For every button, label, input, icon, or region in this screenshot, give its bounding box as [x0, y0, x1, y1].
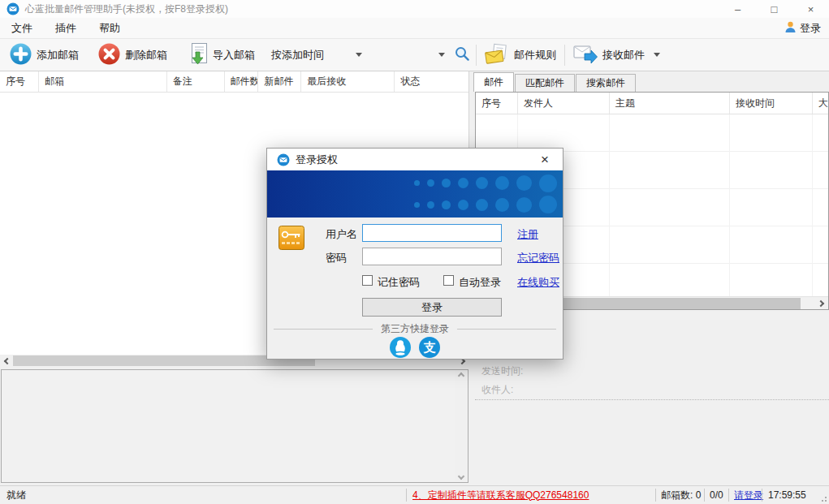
tab-matched-mail[interactable]: 匹配邮件	[515, 74, 575, 92]
third-party-label: 第三方快捷登录	[373, 322, 457, 336]
mail-ratio: 0/0	[710, 486, 723, 504]
password-field[interactable]	[362, 248, 502, 265]
login-dialog: 登录授权 × 用户名 注册 密码 忘记密码 记住密码 自动登录 在线购买 登录 …	[266, 148, 563, 360]
receive-mail-label: 接收邮件	[602, 48, 645, 62]
mailbox-count: 邮箱数: 0	[661, 486, 701, 504]
app-window: 心蓝批量邮件管理助手(未授权，按F8登录授权) – □ × 文件 插件 帮助 登…	[0, 0, 829, 504]
support-notice-link[interactable]: 4、定制插件等请联系客服QQ276548160	[412, 486, 589, 504]
app-logo-icon	[277, 153, 290, 166]
chevron-down-icon	[438, 53, 445, 57]
search-icon	[454, 45, 470, 64]
log-panel[interactable]	[1, 369, 468, 483]
resize-grip[interactable]	[820, 495, 827, 502]
tab-mail[interactable]: 邮件	[473, 72, 514, 92]
close-button[interactable]: ×	[792, 0, 829, 18]
column-header-index[interactable]: 序号	[476, 93, 518, 114]
chevron-down-icon	[356, 53, 362, 57]
username-field[interactable]	[362, 224, 502, 242]
receive-mail-button[interactable]: 接收邮件	[568, 41, 665, 69]
delete-mailbox-label: 删除邮箱	[125, 48, 167, 62]
password-label: 密码	[326, 251, 347, 265]
scroll-right-arrow[interactable]	[816, 297, 828, 309]
dialog-close-button[interactable]: ×	[533, 149, 556, 170]
login-dialog-titlebar: 登录授权 ×	[267, 149, 563, 170]
window-title: 心蓝批量邮件管理助手(未授权，按F8登录授权)	[25, 2, 228, 16]
dialog-banner	[267, 170, 563, 218]
minimize-button[interactable]: –	[719, 0, 756, 18]
auto-login-checkbox[interactable]	[443, 275, 454, 286]
alipay-login-icon[interactable]: 支	[419, 337, 440, 358]
app-logo-icon	[6, 2, 19, 15]
import-mailbox-label: 导入邮箱	[213, 48, 255, 62]
scroll-up-arrow[interactable]	[457, 373, 464, 379]
mailbox-table-header: 序号 邮箱 备注 邮件数 新邮件 最后接收 状态	[0, 71, 468, 93]
delete-icon	[98, 43, 120, 67]
menu-file[interactable]: 文件	[0, 18, 44, 38]
column-header-sender[interactable]: 发件人	[518, 93, 610, 114]
mail-rules-label: 邮件规则	[514, 48, 556, 62]
column-header-receive-time[interactable]: 接收时间	[730, 93, 813, 114]
mail-rules-button[interactable]: 邮件规则	[480, 41, 561, 70]
forgot-password-link[interactable]: 忘记密码	[517, 251, 559, 265]
login-button[interactable]: 登录	[362, 298, 502, 317]
column-header-note[interactable]: 备注	[167, 71, 225, 92]
status-bar: 就绪 4、定制插件等请联系客服QQ276548160 邮箱数: 0 0/0 请登…	[0, 485, 829, 504]
maximize-button[interactable]: □	[756, 0, 792, 18]
mail-rules-icon	[485, 43, 509, 67]
add-mailbox-button[interactable]: 添加邮箱	[5, 41, 84, 70]
toolbar-separator	[476, 45, 477, 66]
mail-tabs: 邮件 匹配邮件 搜索邮件	[473, 73, 637, 92]
auto-login-label: 自动登录	[459, 275, 501, 290]
send-time-label: 发送时间:	[481, 364, 523, 378]
status-ready: 就绪	[6, 486, 26, 504]
status-login-link[interactable]: 请登录	[734, 486, 763, 504]
add-mailbox-label: 添加邮箱	[37, 48, 79, 62]
add-icon	[10, 43, 32, 67]
banner-dots	[267, 196, 563, 213]
detail-divider	[475, 399, 829, 400]
user-icon	[784, 21, 797, 36]
third-party-section: 第三方快捷登录	[267, 322, 563, 335]
column-header-index[interactable]: 序号	[0, 71, 39, 92]
column-header-subject[interactable]: 主题	[610, 93, 730, 114]
buy-online-link[interactable]: 在线购买	[517, 275, 559, 290]
delete-mailbox-button[interactable]: 删除邮箱	[93, 41, 172, 70]
username-label: 用户名	[326, 227, 357, 242]
mail-table-header: 序号 发件人 主题 接收时间 大	[476, 93, 829, 114]
toolbar-separator	[564, 45, 565, 66]
login-menu-button[interactable]: 登录	[784, 18, 821, 38]
column-header-new-mail[interactable]: 新邮件	[258, 71, 301, 92]
login-dialog-title: 登录授权	[296, 153, 338, 167]
column-header-mailbox[interactable]: 邮箱	[39, 71, 167, 92]
sort-order-value: 按添加时间	[271, 48, 324, 62]
menu-plugins[interactable]: 插件	[44, 18, 88, 38]
register-link[interactable]: 注册	[517, 227, 538, 242]
scroll-left-arrow[interactable]	[0, 355, 12, 367]
toolbar: 添加邮箱 删除邮箱 导入邮箱 按添加时间 邮件规则 接收邮件	[0, 39, 829, 71]
menu-bar: 文件 插件 帮助 登录	[0, 18, 829, 39]
sort-order-combobox[interactable]: 按添加时间	[266, 45, 367, 65]
remember-password-label: 记住密码	[378, 275, 420, 290]
login-menu-label: 登录	[800, 21, 821, 36]
qq-login-icon[interactable]	[390, 337, 411, 358]
column-header-status[interactable]: 状态	[395, 71, 468, 92]
column-header-last-receive[interactable]: 最后接收	[301, 71, 395, 92]
key-icon	[278, 226, 304, 253]
search-combobox[interactable]	[370, 45, 450, 65]
import-icon	[188, 42, 208, 67]
recipient-label: 收件人:	[481, 383, 513, 397]
import-mailbox-button[interactable]: 导入邮箱	[184, 40, 260, 70]
menu-help[interactable]: 帮助	[88, 18, 132, 38]
log-panel-vscrollbar[interactable]	[455, 371, 467, 481]
receive-mail-icon	[573, 43, 598, 67]
tab-search-mail[interactable]: 搜索邮件	[576, 74, 636, 92]
status-clock: 17:59:55	[768, 486, 806, 504]
column-header-size[interactable]: 大	[813, 93, 829, 114]
banner-dots	[267, 174, 563, 192]
scroll-down-arrow[interactable]	[457, 473, 464, 480]
column-header-mail-count[interactable]: 邮件数	[225, 71, 259, 92]
search-button[interactable]	[451, 43, 473, 67]
remember-password-checkbox[interactable]	[362, 275, 373, 286]
chevron-down-icon	[654, 53, 660, 57]
title-bar: 心蓝批量邮件管理助手(未授权，按F8登录授权) – □ ×	[0, 0, 829, 18]
